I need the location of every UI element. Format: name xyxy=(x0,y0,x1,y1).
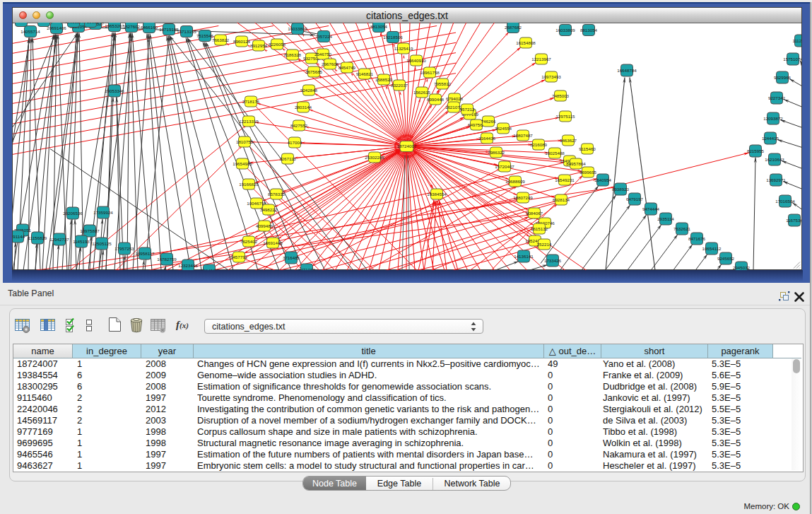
svg-text:9227342: 9227342 xyxy=(768,95,786,100)
svg-text:17957253: 17957253 xyxy=(114,245,134,250)
svg-text:2687682: 2687682 xyxy=(505,24,522,29)
svg-text:13692971: 13692971 xyxy=(766,177,786,182)
svg-text:8471676: 8471676 xyxy=(688,235,706,240)
svg-text:9463627: 9463627 xyxy=(560,137,577,142)
svg-text:10653267: 10653267 xyxy=(105,23,124,28)
svg-text:7955812: 7955812 xyxy=(434,81,452,86)
svg-text:16549231: 16549231 xyxy=(555,177,575,182)
svg-text:9242848: 9242848 xyxy=(300,87,318,92)
svg-text:252214: 252214 xyxy=(537,241,552,246)
svg-text:14055714: 14055714 xyxy=(20,28,40,33)
svg-text:1640954: 1640954 xyxy=(594,177,612,182)
svg-text:12975115: 12975115 xyxy=(555,113,575,118)
svg-text:12323446: 12323446 xyxy=(178,262,198,267)
svg-text:6479197: 6479197 xyxy=(626,196,644,201)
svg-text:2546750: 2546750 xyxy=(314,51,332,56)
svg-text:1615132: 1615132 xyxy=(531,226,548,230)
svg-text:16033809: 16033809 xyxy=(555,27,575,32)
svg-text:7663822: 7663822 xyxy=(212,37,230,42)
svg-text:15720407: 15720407 xyxy=(495,163,514,168)
svg-text:6216089: 6216089 xyxy=(530,141,548,146)
svg-text:8226058: 8226058 xyxy=(269,41,286,46)
svg-text:2803144: 2803144 xyxy=(295,104,312,109)
svg-text:16033809: 16033809 xyxy=(288,25,307,30)
svg-text:9474444: 9474444 xyxy=(642,206,660,211)
svg-text:16154808: 16154808 xyxy=(516,40,536,45)
svg-text:8578335: 8578335 xyxy=(268,191,286,196)
svg-text:17016504: 17016504 xyxy=(775,198,795,203)
svg-text:2935114: 2935114 xyxy=(657,216,674,221)
svg-text:8912954: 8912954 xyxy=(250,42,268,47)
svg-text:8215955: 8215955 xyxy=(747,148,765,153)
svg-text:11156829: 11156829 xyxy=(28,235,47,240)
svg-text:10961758: 10961758 xyxy=(420,69,440,74)
svg-text:10654112: 10654112 xyxy=(702,245,722,250)
svg-text:1244415: 1244415 xyxy=(762,135,779,140)
svg-text:417004: 417004 xyxy=(288,139,302,144)
svg-text:15640910: 15640910 xyxy=(406,57,426,62)
svg-text:18807249: 18807249 xyxy=(513,194,533,199)
svg-text:6928134: 6928134 xyxy=(553,197,570,201)
svg-text:16713155: 16713155 xyxy=(177,28,196,33)
svg-text:4099489: 4099489 xyxy=(256,223,273,228)
svg-text:19166825: 19166825 xyxy=(239,181,259,186)
svg-text:1145193: 1145193 xyxy=(73,238,90,243)
svg-text:19384554: 19384554 xyxy=(427,191,447,196)
svg-text:16782759: 16782759 xyxy=(157,256,177,261)
svg-text:9457791: 9457791 xyxy=(230,254,248,259)
svg-text:16648784: 16648784 xyxy=(617,67,637,72)
svg-text:7986322: 7986322 xyxy=(488,149,505,154)
svg-text:19218506: 19218506 xyxy=(383,34,403,39)
svg-text:9245652: 9245652 xyxy=(717,255,735,260)
svg-text:84957864: 84957864 xyxy=(566,160,586,165)
svg-text:1588520: 1588520 xyxy=(375,76,393,81)
svg-text:11325419: 11325419 xyxy=(394,45,413,50)
svg-text:10719185: 10719185 xyxy=(159,26,179,31)
svg-text:12213967: 12213967 xyxy=(531,56,551,61)
svg-text:16691443: 16691443 xyxy=(263,240,283,245)
svg-text:10973493: 10973493 xyxy=(541,74,561,78)
svg-text:16210643: 16210643 xyxy=(765,156,784,161)
svg-text:7515546: 7515546 xyxy=(196,33,214,37)
svg-text:8938923: 8938923 xyxy=(612,186,630,191)
svg-text:2405572: 2405572 xyxy=(13,23,30,23)
svg-text:10688609: 10688609 xyxy=(505,178,525,183)
svg-text:9329966: 9329966 xyxy=(774,74,792,79)
svg-text:9699695: 9699695 xyxy=(579,169,597,174)
svg-text:9115460: 9115460 xyxy=(579,146,596,151)
svg-text:2718176: 2718176 xyxy=(242,98,260,103)
svg-text:15751074: 15751074 xyxy=(783,56,801,61)
svg-text:746266: 746266 xyxy=(481,118,496,123)
svg-text:17359924: 17359924 xyxy=(93,209,113,214)
svg-text:1733426: 1733426 xyxy=(544,257,562,262)
svg-text:8322037: 8322037 xyxy=(391,82,408,87)
svg-text:2945032: 2945032 xyxy=(733,264,751,269)
svg-text:7632621: 7632621 xyxy=(673,226,691,230)
svg-text:9146821: 9146821 xyxy=(356,71,374,76)
svg-text:1527602: 1527602 xyxy=(123,23,141,28)
svg-text:12505125: 12505125 xyxy=(92,240,112,245)
svg-text:3624554: 3624554 xyxy=(495,125,512,130)
svg-text:2967608: 2967608 xyxy=(322,61,339,66)
svg-text:1065327: 1065327 xyxy=(65,23,83,24)
svg-text:9234502: 9234502 xyxy=(201,267,218,269)
svg-text:6794028: 6794028 xyxy=(446,95,464,100)
svg-text:1810755: 1810755 xyxy=(236,139,254,144)
svg-text:8960124: 8960124 xyxy=(233,38,251,43)
svg-text:12093872: 12093872 xyxy=(763,115,783,120)
svg-text:391144: 391144 xyxy=(13,233,25,238)
svg-text:7357224: 7357224 xyxy=(315,33,333,38)
svg-text:3716485: 3716485 xyxy=(283,255,300,259)
svg-text:1167534: 1167534 xyxy=(786,217,801,222)
svg-text:457212: 457212 xyxy=(460,106,475,111)
svg-text:8131054: 8131054 xyxy=(35,23,53,23)
svg-text:8813054: 8813054 xyxy=(580,27,598,32)
svg-text:10025488: 10025488 xyxy=(545,150,565,155)
svg-text:29053346: 29053346 xyxy=(105,88,124,93)
svg-text:8813054: 8813054 xyxy=(370,23,388,28)
svg-text:20206536: 20206536 xyxy=(63,210,83,215)
svg-text:7625402: 7625402 xyxy=(240,238,258,243)
svg-text:25302285: 25302285 xyxy=(365,154,384,159)
svg-text:3675685: 3675685 xyxy=(305,69,323,74)
svg-text:20691406: 20691406 xyxy=(47,25,66,30)
